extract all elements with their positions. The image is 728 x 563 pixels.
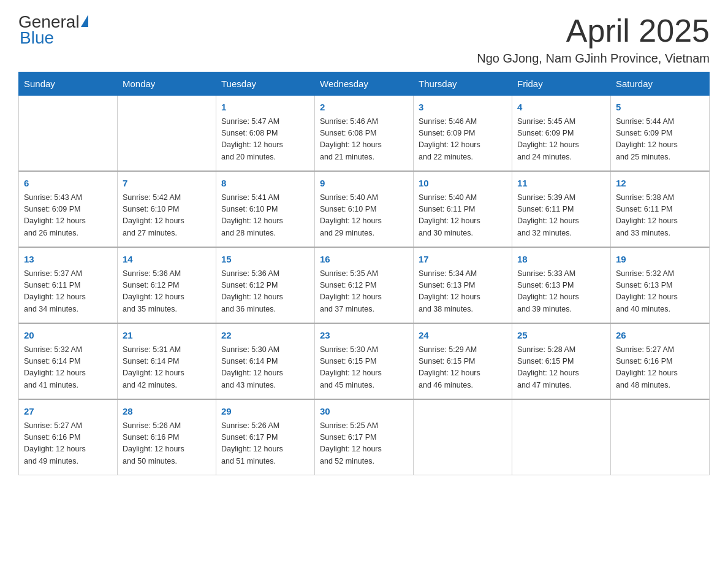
header-saturday: Saturday (611, 72, 710, 96)
header-friday: Friday (512, 72, 611, 96)
calendar-cell: 27Sunrise: 5:27 AM Sunset: 6:16 PM Dayli… (19, 399, 118, 475)
day-info: Sunrise: 5:46 AM Sunset: 6:09 PM Dayligh… (419, 116, 507, 164)
day-number: 9 (320, 177, 408, 191)
logo-blue: Blue (20, 28, 54, 48)
calendar-cell (611, 399, 710, 475)
day-info: Sunrise: 5:28 AM Sunset: 6:15 PM Dayligh… (517, 344, 605, 392)
day-info: Sunrise: 5:32 AM Sunset: 6:14 PM Dayligh… (24, 344, 112, 392)
calendar-cell: 18Sunrise: 5:33 AM Sunset: 6:13 PM Dayli… (512, 247, 611, 323)
header-sunday: Sunday (19, 72, 118, 96)
day-number: 13 (24, 253, 112, 267)
day-info: Sunrise: 5:26 AM Sunset: 6:17 PM Dayligh… (221, 420, 309, 468)
calendar-week-row: 6Sunrise: 5:43 AM Sunset: 6:09 PM Daylig… (19, 171, 710, 247)
calendar-cell: 16Sunrise: 5:35 AM Sunset: 6:12 PM Dayli… (315, 247, 414, 323)
calendar-cell: 22Sunrise: 5:30 AM Sunset: 6:14 PM Dayli… (216, 323, 315, 399)
day-number: 10 (419, 177, 507, 191)
calendar-cell: 26Sunrise: 5:27 AM Sunset: 6:16 PM Dayli… (611, 323, 710, 399)
day-info: Sunrise: 5:39 AM Sunset: 6:11 PM Dayligh… (517, 192, 605, 240)
day-number: 11 (517, 177, 605, 191)
calendar-cell: 14Sunrise: 5:36 AM Sunset: 6:12 PM Dayli… (118, 247, 216, 323)
calendar-cell: 4Sunrise: 5:45 AM Sunset: 6:09 PM Daylig… (512, 96, 611, 172)
calendar-week-row: 20Sunrise: 5:32 AM Sunset: 6:14 PM Dayli… (19, 323, 710, 399)
day-info: Sunrise: 5:25 AM Sunset: 6:17 PM Dayligh… (320, 420, 408, 468)
day-info: Sunrise: 5:27 AM Sunset: 6:16 PM Dayligh… (616, 344, 704, 392)
day-number: 30 (320, 405, 408, 419)
day-info: Sunrise: 5:38 AM Sunset: 6:11 PM Dayligh… (616, 192, 704, 240)
day-number: 21 (123, 329, 211, 343)
day-info: Sunrise: 5:41 AM Sunset: 6:10 PM Dayligh… (221, 192, 309, 240)
day-number: 20 (24, 329, 112, 343)
calendar-week-row: 13Sunrise: 5:37 AM Sunset: 6:11 PM Dayli… (19, 247, 710, 323)
day-number: 23 (320, 329, 408, 343)
day-info: Sunrise: 5:40 AM Sunset: 6:11 PM Dayligh… (419, 192, 507, 240)
page-header: General Blue April 2025 Ngo GJong, Nam G… (18, 12, 710, 66)
day-number: 8 (221, 177, 309, 191)
weekday-header-row: Sunday Monday Tuesday Wednesday Thursday… (19, 72, 710, 96)
day-number: 2 (320, 101, 408, 115)
calendar-cell: 23Sunrise: 5:30 AM Sunset: 6:15 PM Dayli… (315, 323, 414, 399)
day-number: 1 (221, 101, 309, 115)
day-info: Sunrise: 5:27 AM Sunset: 6:16 PM Dayligh… (24, 420, 112, 468)
month-title: April 2025 (477, 12, 710, 49)
calendar-cell: 10Sunrise: 5:40 AM Sunset: 6:11 PM Dayli… (414, 171, 512, 247)
day-number: 5 (616, 101, 704, 115)
calendar-cell: 13Sunrise: 5:37 AM Sunset: 6:11 PM Dayli… (19, 247, 118, 323)
calendar-cell: 19Sunrise: 5:32 AM Sunset: 6:13 PM Dayli… (611, 247, 710, 323)
calendar-cell: 20Sunrise: 5:32 AM Sunset: 6:14 PM Dayli… (19, 323, 118, 399)
calendar-cell: 7Sunrise: 5:42 AM Sunset: 6:10 PM Daylig… (118, 171, 216, 247)
day-number: 14 (123, 253, 211, 267)
calendar-cell: 6Sunrise: 5:43 AM Sunset: 6:09 PM Daylig… (19, 171, 118, 247)
day-number: 15 (221, 253, 309, 267)
calendar-cell: 2Sunrise: 5:46 AM Sunset: 6:08 PM Daylig… (315, 96, 414, 172)
day-number: 7 (123, 177, 211, 191)
calendar-cell: 11Sunrise: 5:39 AM Sunset: 6:11 PM Dayli… (512, 171, 611, 247)
day-info: Sunrise: 5:47 AM Sunset: 6:08 PM Dayligh… (221, 116, 309, 164)
location-title: Ngo GJong, Nam GJinh Province, Vietnam (477, 52, 710, 66)
day-number: 22 (221, 329, 309, 343)
day-number: 4 (517, 101, 605, 115)
day-number: 25 (517, 329, 605, 343)
header-monday: Monday (118, 72, 216, 96)
day-number: 19 (616, 253, 704, 267)
logo-triangle-icon (81, 15, 88, 27)
day-info: Sunrise: 5:36 AM Sunset: 6:12 PM Dayligh… (123, 268, 211, 316)
calendar-cell: 12Sunrise: 5:38 AM Sunset: 6:11 PM Dayli… (611, 171, 710, 247)
day-info: Sunrise: 5:31 AM Sunset: 6:14 PM Dayligh… (123, 344, 211, 392)
calendar-cell: 29Sunrise: 5:26 AM Sunset: 6:17 PM Dayli… (216, 399, 315, 475)
logo: General Blue (18, 12, 88, 48)
calendar-cell (414, 399, 512, 475)
calendar-cell (512, 399, 611, 475)
day-number: 24 (419, 329, 507, 343)
day-number: 26 (616, 329, 704, 343)
calendar-cell: 17Sunrise: 5:34 AM Sunset: 6:13 PM Dayli… (414, 247, 512, 323)
calendar-week-row: 27Sunrise: 5:27 AM Sunset: 6:16 PM Dayli… (19, 399, 710, 475)
day-number: 6 (24, 177, 112, 191)
calendar-cell: 25Sunrise: 5:28 AM Sunset: 6:15 PM Dayli… (512, 323, 611, 399)
day-info: Sunrise: 5:44 AM Sunset: 6:09 PM Dayligh… (616, 116, 704, 164)
day-number: 27 (24, 405, 112, 419)
day-info: Sunrise: 5:30 AM Sunset: 6:15 PM Dayligh… (320, 344, 408, 392)
day-info: Sunrise: 5:34 AM Sunset: 6:13 PM Dayligh… (419, 268, 507, 316)
day-info: Sunrise: 5:42 AM Sunset: 6:10 PM Dayligh… (123, 192, 211, 240)
day-info: Sunrise: 5:37 AM Sunset: 6:11 PM Dayligh… (24, 268, 112, 316)
header-wednesday: Wednesday (315, 72, 414, 96)
day-number: 16 (320, 253, 408, 267)
calendar-cell: 28Sunrise: 5:26 AM Sunset: 6:16 PM Dayli… (118, 399, 216, 475)
day-number: 3 (419, 101, 507, 115)
day-info: Sunrise: 5:40 AM Sunset: 6:10 PM Dayligh… (320, 192, 408, 240)
calendar-cell: 5Sunrise: 5:44 AM Sunset: 6:09 PM Daylig… (611, 96, 710, 172)
day-number: 18 (517, 253, 605, 267)
day-info: Sunrise: 5:43 AM Sunset: 6:09 PM Dayligh… (24, 192, 112, 240)
calendar-cell (118, 96, 216, 172)
day-info: Sunrise: 5:33 AM Sunset: 6:13 PM Dayligh… (517, 268, 605, 316)
calendar-cell: 9Sunrise: 5:40 AM Sunset: 6:10 PM Daylig… (315, 171, 414, 247)
day-number: 12 (616, 177, 704, 191)
calendar-cell: 30Sunrise: 5:25 AM Sunset: 6:17 PM Dayli… (315, 399, 414, 475)
calendar-cell: 24Sunrise: 5:29 AM Sunset: 6:15 PM Dayli… (414, 323, 512, 399)
calendar-table: Sunday Monday Tuesday Wednesday Thursday… (18, 72, 710, 475)
day-number: 28 (123, 405, 211, 419)
day-number: 29 (221, 405, 309, 419)
calendar-cell: 3Sunrise: 5:46 AM Sunset: 6:09 PM Daylig… (414, 96, 512, 172)
header-thursday: Thursday (414, 72, 512, 96)
day-info: Sunrise: 5:46 AM Sunset: 6:08 PM Dayligh… (320, 116, 408, 164)
